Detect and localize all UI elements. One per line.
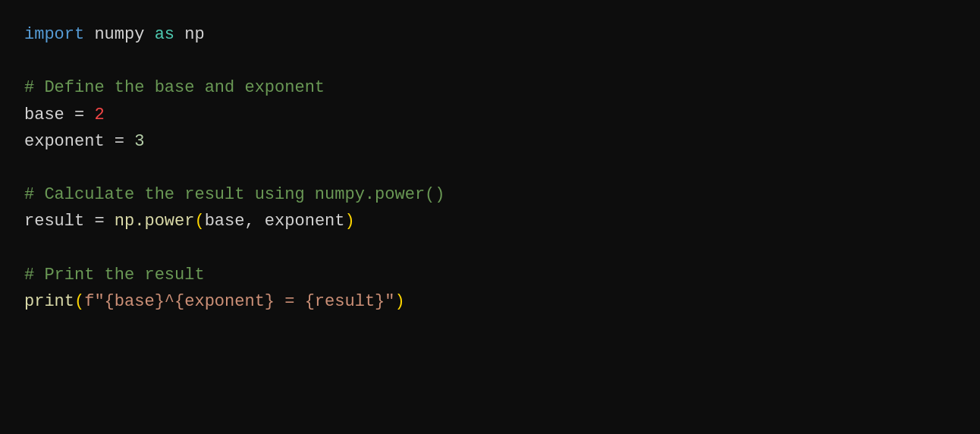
code-editor: import numpy as np # Define the base and… [0, 0, 980, 434]
line-result: result = np.power(base, exponent) [24, 208, 956, 234]
token: ) [395, 288, 405, 315]
token: np [174, 21, 205, 48]
token: print [24, 288, 74, 315]
line-blank3 [24, 235, 956, 262]
line-comment1: # Define the base and exponent [24, 74, 956, 101]
line-base: base = 2 [24, 102, 956, 128]
line-blank1 [24, 48, 956, 74]
token: 2 [94, 102, 104, 128]
token: = [105, 128, 135, 155]
token: = [84, 208, 115, 234]
line-comment2: # Calculate the result using numpy.power… [24, 181, 956, 208]
token: # Calculate the result using numpy.power… [24, 181, 445, 208]
token: base [24, 102, 64, 128]
token: ) [345, 208, 355, 234]
token: import [24, 21, 84, 48]
token: # Print the result [24, 262, 205, 288]
line-print: print(f"{base}^{exponent} = {result}") [24, 288, 956, 315]
code-block: import numpy as np # Define the base and… [24, 21, 956, 315]
line-exponent: exponent = 3 [24, 128, 956, 155]
token: base, exponent [205, 208, 345, 234]
token: ( [74, 288, 84, 315]
line-comment3: # Print the result [24, 262, 956, 288]
token: # Define the base and exponent [24, 74, 325, 101]
token: np.power [115, 208, 195, 234]
line-import: import numpy as np [24, 21, 956, 48]
token: as [155, 21, 174, 48]
token: ( [194, 208, 204, 234]
token: f"{base}^{exponent} = {result}" [84, 288, 394, 315]
line-blank2 [24, 155, 956, 181]
token: result [24, 208, 84, 234]
token: = [64, 102, 95, 128]
token: exponent [24, 128, 105, 155]
token: 3 [134, 128, 144, 155]
token: numpy [84, 21, 154, 48]
